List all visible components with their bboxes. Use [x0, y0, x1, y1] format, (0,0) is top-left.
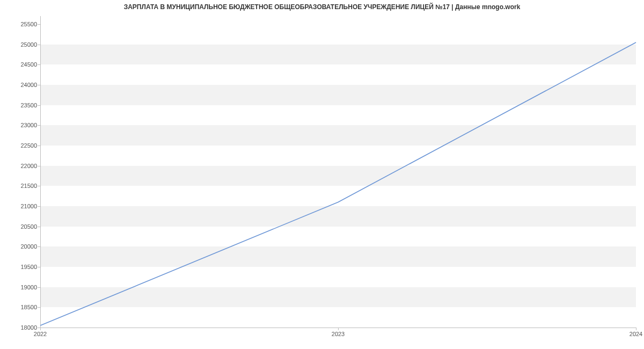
y-tick-label: 19000: [20, 284, 40, 290]
x-tick-label: 2023: [332, 328, 345, 337]
chart-container: ЗАРПЛАТА В МУНИЦИПАЛЬНОЕ БЮДЖЕТНОЕ ОБЩЕО…: [0, 0, 644, 349]
x-tick-label: 2022: [34, 328, 47, 337]
y-tick-label: 24500: [20, 61, 40, 68]
y-tick-label: 18500: [20, 304, 40, 310]
y-tick-label: 24000: [20, 82, 40, 88]
x-tick-label: 2024: [630, 328, 642, 337]
y-tick-label: 20000: [20, 243, 40, 250]
y-tick-label: 25500: [20, 21, 40, 27]
y-tick-label: 25000: [20, 41, 40, 48]
y-tick-label: 23000: [20, 122, 40, 128]
y-tick-label: 19500: [20, 264, 40, 270]
y-tick-label: 22500: [20, 142, 40, 149]
y-tick-label: 21500: [20, 183, 40, 189]
y-tick-label: 22000: [20, 163, 40, 169]
plot-area: 1800018500190001950020000205002100021500…: [40, 16, 636, 328]
y-tick-label: 23500: [20, 102, 40, 108]
y-tick-label: 20500: [20, 223, 40, 230]
chart-title: ЗАРПЛАТА В МУНИЦИПАЛЬНОЕ БЮДЖЕТНОЕ ОБЩЕО…: [0, 3, 644, 11]
data-line: [40, 42, 636, 325]
line-series: [40, 16, 636, 328]
y-tick-label: 21000: [20, 203, 40, 209]
